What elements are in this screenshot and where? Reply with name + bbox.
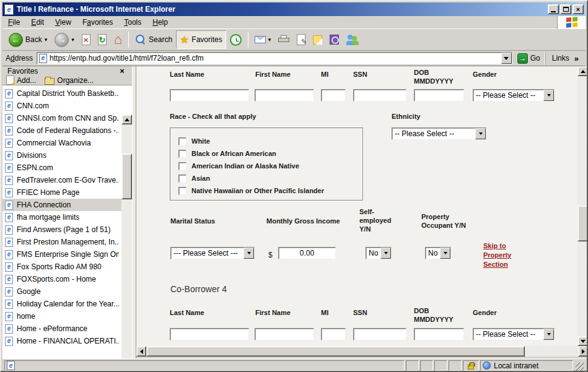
stop-button[interactable]: × xyxy=(78,30,94,49)
scrollbar-thumb[interactable] xyxy=(146,346,525,357)
income-input[interactable] xyxy=(278,247,336,259)
race-checkbox[interactable] xyxy=(178,137,186,145)
mi-input[interactable] xyxy=(321,328,346,340)
address-dropdown-button[interactable] xyxy=(501,53,512,64)
content-vertical-scrollbar[interactable] xyxy=(577,66,588,346)
close-button[interactable]: × xyxy=(573,4,584,14)
favorite-item[interactable]: eHome - ePeformance xyxy=(2,322,121,335)
favorite-item[interactable]: eFedTraveler.com E-Gov Trave... xyxy=(2,174,121,186)
gender-label: Gender xyxy=(473,70,497,79)
add-favorite-button[interactable]: Add... xyxy=(6,76,36,85)
favorite-item[interactable]: eGoogle xyxy=(2,285,121,298)
mail-button[interactable]: ▾ xyxy=(251,30,275,49)
favorite-item[interactable]: eCNN.com xyxy=(2,100,121,112)
scrollbar-thumb[interactable] xyxy=(577,205,588,241)
favorites-button[interactable]: ★ Favorites xyxy=(176,30,226,49)
race-checkbox[interactable] xyxy=(178,187,186,195)
favorite-item[interactable]: eFirst Preston Management, In... xyxy=(2,236,121,248)
menu-tools[interactable]: Tools xyxy=(118,17,147,28)
favorite-item[interactable]: eESPN.com xyxy=(2,162,121,174)
content-horizontal-scrollbar[interactable] xyxy=(136,346,588,357)
dob-input[interactable] xyxy=(414,89,464,102)
history-button[interactable] xyxy=(226,30,245,49)
go-button[interactable]: → Go xyxy=(512,53,545,64)
dropdown-button[interactable] xyxy=(380,248,391,259)
favorite-item[interactable]: eFHA Connection xyxy=(2,199,121,211)
menu-edit[interactable]: Edit xyxy=(25,17,50,28)
favorite-item[interactable]: eDivisions xyxy=(2,149,121,162)
favorite-item[interactable]: eCommercial Wachovia xyxy=(2,137,121,149)
sidebar-splitter[interactable] xyxy=(132,66,136,358)
favorite-item[interactable]: eFMS Enterprise Single Sign On... xyxy=(2,248,121,261)
first-name-input[interactable] xyxy=(255,89,314,102)
print-button[interactable] xyxy=(274,30,293,49)
favorite-item[interactable]: eFox Sports Radio AM 980 xyxy=(2,261,121,273)
favorite-item[interactable]: eFind Answers (Page 1 of 51) xyxy=(2,223,121,236)
race-checkbox[interactable] xyxy=(178,150,186,158)
favorite-item[interactable]: eCapital District Youth Basketb... xyxy=(2,87,121,100)
favorite-item[interactable]: eHoliday Calendar for the Year... xyxy=(2,298,121,310)
scroll-up-button[interactable] xyxy=(577,66,588,76)
skip-to-property-link[interactable]: Skip to Property Section xyxy=(483,241,520,269)
ssn-input[interactable] xyxy=(353,328,406,340)
dropdown-button[interactable] xyxy=(440,248,450,259)
organize-favorites-button[interactable]: Organize... xyxy=(45,76,94,85)
dropdown-button[interactable] xyxy=(543,90,554,101)
dropdown-button[interactable] xyxy=(475,128,486,139)
favorites-scrollbar[interactable] xyxy=(121,115,132,372)
race-checkbox[interactable] xyxy=(178,175,186,183)
back-button[interactable]: ← Back ▾ xyxy=(5,30,51,49)
gender-select[interactable]: -- Please Select -- xyxy=(473,328,555,340)
chevron-more-icon[interactable]: » xyxy=(574,54,579,63)
back-dropdown-icon[interactable]: ▾ xyxy=(45,37,48,43)
favorite-item[interactable]: eCNNSI.com from CNN and Sp... xyxy=(2,112,121,124)
messenger-button[interactable] xyxy=(343,30,362,49)
home-button[interactable]: ⌂ xyxy=(110,30,126,49)
forward-dropdown-icon[interactable]: ▾ xyxy=(71,37,74,43)
minimize-button[interactable] xyxy=(548,4,559,14)
favorite-label: Home - ePeformance xyxy=(17,324,87,333)
menu-file[interactable]: File xyxy=(2,17,25,28)
ethnicity-select[interactable]: -- Please Select -- xyxy=(392,128,486,140)
marital-status-select[interactable]: --- Please Select --- xyxy=(170,247,255,259)
last-name-input[interactable] xyxy=(170,89,249,102)
close-sidebar-button[interactable]: × xyxy=(117,66,127,76)
race-checkbox[interactable] xyxy=(178,162,186,170)
favorite-item[interactable]: eFFIEC Home Page xyxy=(2,186,121,199)
refresh-button[interactable]: ↻ xyxy=(94,30,110,49)
mi-input[interactable] xyxy=(321,89,346,102)
dob-input[interactable] xyxy=(414,328,464,340)
property-occupant-select[interactable]: No xyxy=(425,247,451,259)
forward-button[interactable]: → ▾ xyxy=(51,30,78,49)
menu-favorites[interactable]: Favorites xyxy=(77,17,118,28)
scroll-up-button[interactable] xyxy=(121,115,132,124)
scroll-left-button[interactable] xyxy=(136,346,146,357)
menu-help[interactable]: Help xyxy=(147,17,173,28)
maximize-button[interactable] xyxy=(560,4,571,14)
favorite-item[interactable]: eFOXSports.com - Home xyxy=(2,273,121,285)
dropdown-button[interactable] xyxy=(244,248,254,259)
search-label: Search xyxy=(149,35,172,44)
scrollbar-thumb[interactable] xyxy=(121,154,132,199)
favorite-item[interactable]: eCode of Federal Regulations -... xyxy=(2,124,121,137)
favorite-item[interactable]: eHome - FINANCIAL OPERATI... xyxy=(2,335,121,347)
research-button[interactable] xyxy=(326,30,343,49)
dropdown-button[interactable] xyxy=(543,329,554,340)
scroll-right-button[interactable] xyxy=(578,346,588,357)
self-employed-select[interactable]: No xyxy=(366,247,392,259)
links-bar[interactable]: Links » xyxy=(545,51,582,65)
favorite-item[interactable]: efha mortgage limits xyxy=(2,211,121,223)
discuss-button[interactable] xyxy=(309,30,326,49)
first-name-input[interactable] xyxy=(255,328,314,340)
address-input[interactable]: e https://entp.hud.gov/title1/html/f72lo… xyxy=(37,52,512,64)
edit-button[interactable]: ✎ xyxy=(293,30,309,49)
search-button[interactable]: Search xyxy=(131,30,176,49)
last-name-input[interactable] xyxy=(170,328,249,340)
mail-dropdown-icon[interactable]: ▾ xyxy=(268,37,271,43)
favorite-item[interactable]: ehome xyxy=(2,310,121,322)
menu-view[interactable]: View xyxy=(50,17,77,28)
ssn-input[interactable] xyxy=(353,89,406,102)
scroll-down-button[interactable] xyxy=(577,336,588,346)
resize-grip[interactable] xyxy=(576,363,584,371)
gender-select[interactable]: -- Please Select -- xyxy=(473,89,555,102)
